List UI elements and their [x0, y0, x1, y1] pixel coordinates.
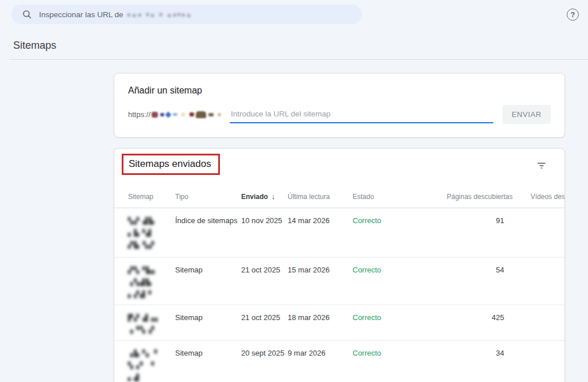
submitted-sitemaps-title: Sitemaps enviados: [129, 158, 211, 170]
url-prefix: https://: [128, 110, 150, 119]
table-header-row: Sitemap Tipo Enviado↓ Última lectura Est…: [114, 185, 564, 208]
status-badge: Correcto: [353, 258, 447, 274]
status-badge: Correcto: [353, 305, 447, 322]
cell-enviado: 21 oct 2025: [241, 305, 288, 322]
column-header-videos[interactable]: Vídeos descu: [504, 193, 565, 201]
sitemap-url-input[interactable]: [230, 106, 493, 123]
column-header-paginas[interactable]: Páginas descubiertas: [447, 193, 504, 201]
cell-paginas: 34: [447, 341, 504, 357]
column-header-ultima-lectura[interactable]: Última lectura: [288, 193, 353, 201]
cell-enviado: 10 nov 2025: [241, 208, 288, 225]
sitemap-name-redacted: ▚▞ ▟▙ ▖▙▝▟ ▞▙ ▚▞: [128, 208, 175, 251]
cell-ultima-lectura: 18 mar 2026: [288, 305, 353, 322]
table-row[interactable]: ▞▚▝▙▖ ▗▚▟▙ ▖▞▟▝ Sitemap 21 oct 2025 15 m…: [114, 257, 564, 305]
cell-tipo: Índice de sitemaps: [175, 208, 241, 225]
cell-tipo: Sitemap: [175, 305, 241, 322]
cell-paginas: 91: [447, 208, 504, 225]
sort-desc-icon: ↓: [272, 192, 276, 201]
sitemap-name-redacted: ▛▞ ▟▗▖ ▗▝▚ ▞: [128, 305, 175, 336]
url-inspection-search[interactable]: Inspeccionar las URL de ▸▴◂ ▾▴ ▾ ▴◂▾▸▴: [11, 5, 362, 24]
add-sitemap-form: https:// ENVIAR: [114, 105, 564, 124]
cell-enviado: 20 sept 2025: [241, 341, 288, 357]
add-sitemap-title: Añadir un sitemap: [114, 73, 564, 96]
cell-enviado: 21 oct 2025: [241, 258, 288, 274]
table-row[interactable]: ▗▙▝▖▝ ▚▗▘ ▝ ▖▟ Sitemap 20 sept 2025 9 ma…: [114, 340, 564, 382]
cell-ultima-lectura: 9 mar 2026: [288, 341, 353, 357]
page-title: Sitemaps: [13, 40, 56, 52]
sitemap-name-redacted: ▞▚▝▙▖ ▗▚▟▙ ▖▞▟▝: [128, 258, 175, 301]
column-header-sitemap[interactable]: Sitemap: [128, 193, 175, 201]
column-header-estado[interactable]: Estado: [353, 193, 447, 201]
status-badge: Correcto: [353, 208, 447, 225]
red-annotation-box: Sitemaps enviados: [122, 154, 220, 175]
table-row[interactable]: ▛▞ ▟▗▖ ▗▝▚ ▞ Sitemap 21 oct 2025 18 mar …: [114, 305, 564, 340]
help-icon[interactable]: ?: [567, 9, 579, 21]
title-divider: [9, 59, 588, 60]
sitemap-name-redacted: ▗▙▝▖▝ ▚▗▘ ▝ ▖▟: [128, 341, 175, 382]
cell-tipo: Sitemap: [175, 258, 241, 274]
submit-sitemap-button[interactable]: ENVIAR: [502, 105, 551, 124]
column-header-tipo[interactable]: Tipo: [175, 193, 241, 201]
search-icon: [22, 9, 32, 20]
cell-paginas: 425: [447, 305, 504, 322]
add-sitemap-card: Añadir un sitemap https:// ENVIAR: [114, 73, 565, 138]
redacted-domain-blur: [152, 111, 225, 118]
cell-ultima-lectura: 15 mar 2026: [288, 258, 353, 274]
search-placeholder: Inspeccionar las URL de: [39, 10, 123, 19]
cell-ultima-lectura: 14 mar 2026: [288, 208, 353, 225]
status-badge: Correcto: [353, 341, 447, 357]
table-row[interactable]: ▚▞ ▟▙ ▖▙▝▟ ▞▙ ▚▞ Índice de sitemaps 10 n…: [114, 208, 564, 257]
submitted-sitemaps-card: Sitemaps enviados Sitemap Tipo Enviado↓ …: [114, 148, 565, 382]
cell-paginas: 54: [447, 258, 504, 274]
column-header-enviado[interactable]: Enviado↓: [241, 192, 288, 201]
filter-icon[interactable]: [536, 159, 547, 173]
redacted-property-domain: ▸▴◂ ▾▴ ▾ ▴◂▾▸▴: [128, 11, 192, 18]
cell-tipo: Sitemap: [175, 341, 241, 357]
